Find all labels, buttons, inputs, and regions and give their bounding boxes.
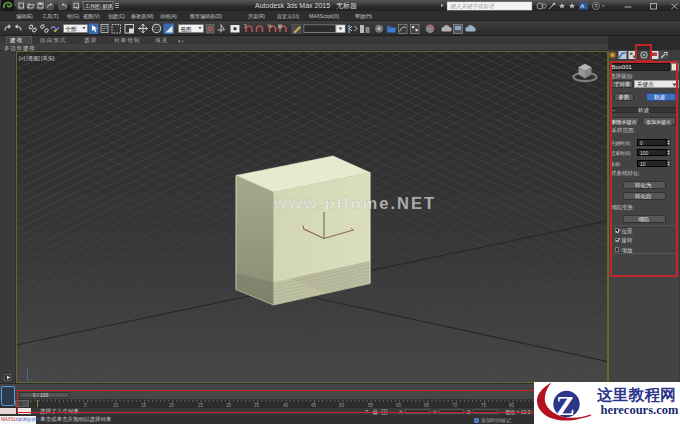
svg-text:全部: 全部 [66,26,78,33]
svg-text:[+] [透视] [真实]: [+] [透视] [真实] [19,55,55,62]
svg-text:Z: Z [556,390,575,421]
svg-text:%: % [268,24,272,29]
svg-text:视图: 视图 [181,26,192,33]
svg-text:这里教程网: 这里教程网 [596,386,676,403]
svg-text:www.pHome.NET: www.pHome.NET [273,194,436,212]
svg-text:A: A [581,3,585,9]
svg-text:herecours.com: herecours.com [601,403,679,417]
